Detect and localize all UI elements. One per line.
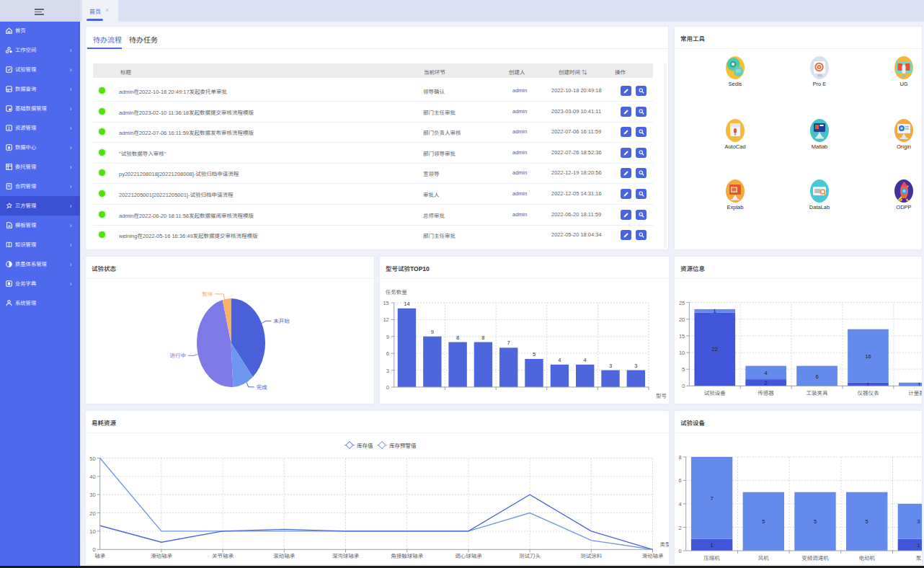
svg-text:5: 5 bbox=[866, 518, 869, 525]
svg-text:2: 2 bbox=[679, 525, 682, 531]
svg-text:角接触球轴承: 角接触球轴承 bbox=[391, 553, 423, 559]
svg-text:关节轴承: 关节轴承 bbox=[212, 553, 234, 559]
svg-text:型号: 型号 bbox=[656, 393, 667, 399]
svg-text:1: 1 bbox=[918, 381, 920, 388]
svg-text:30: 30 bbox=[89, 492, 95, 498]
svg-text:电动机: 电动机 bbox=[858, 555, 875, 562]
svg-text:调心球轴承: 调心球轴承 bbox=[455, 553, 482, 559]
svg-text:轴承: 轴承 bbox=[94, 553, 105, 559]
svg-text:9: 9 bbox=[386, 334, 389, 340]
svg-text:风机: 风机 bbox=[758, 555, 769, 562]
svg-text:4: 4 bbox=[679, 501, 682, 507]
svg-text:测试刀头: 测试刀头 bbox=[519, 553, 541, 559]
svg-text:8: 8 bbox=[481, 334, 484, 341]
svg-text:库存值: 库存值 bbox=[357, 443, 373, 449]
svg-text:16: 16 bbox=[865, 353, 871, 360]
svg-text:1: 1 bbox=[917, 542, 920, 549]
svg-text:进行中: 进行中 bbox=[170, 352, 187, 359]
svg-text:15: 15 bbox=[383, 300, 388, 306]
svg-text:4: 4 bbox=[558, 357, 561, 363]
svg-text:2: 2 bbox=[765, 380, 768, 386]
svg-text:3: 3 bbox=[609, 363, 612, 369]
svg-text:5: 5 bbox=[762, 518, 765, 525]
svg-text:40: 40 bbox=[89, 474, 95, 480]
svg-text:仪器仪表: 仪器仪表 bbox=[857, 390, 879, 396]
svg-text:1: 1 bbox=[711, 542, 714, 549]
svg-text:22: 22 bbox=[712, 346, 718, 352]
svg-text:7: 7 bbox=[507, 340, 510, 346]
svg-text:8: 8 bbox=[679, 454, 682, 461]
svg-text:滚动轴承: 滚动轴承 bbox=[273, 553, 295, 559]
svg-text:0: 0 bbox=[682, 383, 685, 389]
svg-text:库存预警值: 库存预警值 bbox=[389, 443, 417, 449]
svg-text:压缩机: 压缩机 bbox=[703, 555, 720, 562]
svg-text:完成: 完成 bbox=[257, 384, 267, 391]
svg-text:3: 3 bbox=[917, 518, 920, 525]
svg-text:测试涂料: 测试涂料 bbox=[580, 553, 602, 559]
svg-text:传感器: 传感器 bbox=[758, 390, 774, 396]
svg-text:工装夹具: 工装夹具 bbox=[807, 390, 828, 396]
svg-text:5: 5 bbox=[814, 518, 817, 525]
svg-text:变频调速机: 变频调速机 bbox=[801, 555, 829, 562]
svg-text:类型: 类型 bbox=[660, 541, 670, 548]
svg-text:15: 15 bbox=[679, 333, 685, 340]
svg-text:0: 0 bbox=[386, 384, 389, 391]
svg-text:滑动轴承: 滑动轴承 bbox=[642, 553, 664, 559]
svg-text:12: 12 bbox=[383, 316, 388, 323]
svg-text:0: 0 bbox=[93, 546, 96, 553]
svg-text:3: 3 bbox=[634, 363, 637, 369]
svg-text:6: 6 bbox=[815, 373, 818, 380]
svg-text:20: 20 bbox=[679, 316, 685, 323]
svg-text:9: 9 bbox=[431, 329, 434, 335]
svg-text:10: 10 bbox=[89, 528, 95, 535]
svg-text:5: 5 bbox=[682, 366, 685, 373]
svg-text:6: 6 bbox=[679, 477, 682, 484]
svg-text:暂停: 暂停 bbox=[202, 291, 213, 298]
svg-text:计量器具: 计量器具 bbox=[908, 390, 922, 396]
svg-text:滑动轴承: 滑动轴承 bbox=[151, 553, 172, 559]
svg-text:10: 10 bbox=[679, 350, 685, 356]
svg-text:3: 3 bbox=[386, 368, 389, 374]
svg-text:6: 6 bbox=[386, 350, 389, 357]
svg-text:20: 20 bbox=[89, 510, 95, 517]
svg-text:泵: 泵 bbox=[916, 555, 922, 562]
svg-text:7: 7 bbox=[711, 495, 714, 502]
svg-text:0: 0 bbox=[679, 548, 682, 554]
svg-text:5: 5 bbox=[533, 351, 536, 358]
svg-text:未开始: 未开始 bbox=[273, 318, 290, 324]
svg-text:4: 4 bbox=[584, 357, 587, 363]
svg-text:1: 1 bbox=[714, 308, 716, 314]
svg-text:14: 14 bbox=[404, 301, 409, 307]
svg-text:4: 4 bbox=[765, 370, 768, 376]
svg-text:8: 8 bbox=[456, 334, 459, 341]
svg-text:50: 50 bbox=[89, 456, 95, 462]
svg-text:任务数量: 任务数量 bbox=[386, 289, 407, 296]
svg-text:深沟球轴承: 深沟球轴承 bbox=[332, 553, 360, 559]
svg-text:试验设备: 试验设备 bbox=[704, 390, 726, 396]
svg-text:25: 25 bbox=[679, 300, 685, 306]
